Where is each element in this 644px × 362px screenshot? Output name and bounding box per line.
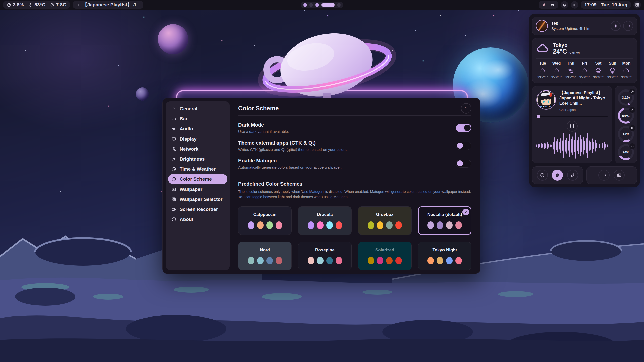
settings-window: GeneralBarAudioDisplayNetworkBrightnessT… — [162, 98, 480, 274]
progress-bar[interactable] — [536, 116, 608, 117]
toggle-switch[interactable] — [456, 124, 471, 132]
forecast-day-name: Sat — [595, 61, 602, 66]
profile-balanced-button[interactable] — [552, 170, 563, 181]
sidebar-item-screen-recorder[interactable]: Screen Recorder — [168, 204, 227, 214]
toggle-switch[interactable] — [456, 142, 471, 150]
disk-icon — [629, 143, 635, 149]
forecast-day: Mon33°/26° — [620, 61, 633, 79]
sidebar-item-audio[interactable]: Audio — [168, 124, 227, 134]
progress-knob[interactable] — [537, 115, 540, 118]
volume-button[interactable] — [571, 1, 578, 9]
toggle-row: Theme external apps (GTK & Qt)Writes GTK… — [238, 140, 471, 152]
color-swatch — [266, 257, 273, 264]
clock-pill[interactable]: 17:09 - Tue, 19 Aug — [581, 1, 631, 9]
toggle-title: Theme external apps (GTK & Qt) — [238, 140, 348, 146]
thermometer-icon — [28, 3, 33, 7]
toggle-switch[interactable] — [456, 160, 471, 168]
color-swatch — [257, 257, 264, 264]
clock-text: 17:09 - Tue, 19 Aug — [584, 2, 627, 8]
sidebar-item-wallpaper-selector[interactable]: Wallpaper Selector — [168, 194, 227, 204]
small-planet — [136, 87, 149, 101]
workspace-dot-5[interactable] — [337, 3, 341, 7]
sidebar-item-label: Bar — [180, 116, 188, 122]
sidebar-item-brightness[interactable]: Brightness — [168, 154, 227, 164]
desktop: 3.8% 53°C 7.8G 【Japanese Playlist】 J... — [0, 0, 644, 362]
workspace-dot-4[interactable] — [321, 3, 335, 7]
system-gauges-card: 3.1%54°C14%24% — [615, 86, 637, 164]
sidebar-item-wallpaper[interactable]: Wallpaper — [168, 184, 227, 194]
forecast-day: Fri35°/26° — [578, 61, 591, 79]
scheme-card-tokyo-night[interactable]: Tokyo Night — [418, 242, 471, 270]
user-card: seb System Uptime: 4h11m — [532, 17, 637, 35]
speedometer-icon — [629, 89, 635, 95]
username: seb — [551, 21, 590, 26]
scheme-card-nord[interactable]: Nord — [238, 242, 292, 270]
avatar[interactable] — [536, 20, 548, 32]
sidebar-item-label: About — [180, 217, 193, 222]
sidebar-item-label: Network — [180, 146, 198, 152]
memory-stat: 7.8G — [50, 2, 66, 8]
suncloud-icon — [567, 67, 574, 74]
color-swatch — [368, 221, 374, 229]
panel-icon — [171, 116, 176, 121]
weather-timezone: (GMT+9) — [569, 51, 580, 54]
workspace-indicator — [301, 2, 343, 8]
close-button[interactable] — [461, 103, 471, 114]
workspace-dot-1[interactable] — [303, 3, 307, 7]
color-swatch — [386, 257, 393, 264]
scheme-card-solarized[interactable]: Solarized — [358, 242, 412, 270]
scheme-card-noctalia-default-[interactable]: Noctalia (default) — [418, 206, 471, 235]
gauge-speedometer: 3.1% — [618, 89, 634, 106]
wallpaper-pic-icon[interactable] — [550, 3, 555, 7]
wallpaper-button[interactable] — [614, 170, 625, 181]
album-art[interactable]: TOKYO LO — [536, 90, 556, 110]
image-icon — [171, 187, 176, 192]
sidebar-item-about[interactable]: About — [168, 214, 227, 224]
launcher-button[interactable] — [633, 1, 641, 9]
profile-performance-button[interactable] — [537, 170, 548, 181]
workspace-dot-3[interactable] — [315, 3, 319, 7]
system-stats-pill[interactable]: 3.8% 53°C 7.8G — [3, 1, 70, 9]
sidebar-item-display[interactable]: Display — [168, 134, 227, 144]
sidebar-item-color-scheme[interactable]: Color Scheme — [168, 174, 227, 184]
color-swatch — [377, 221, 383, 229]
sliders-icon — [171, 106, 176, 111]
color-swatch — [326, 221, 333, 229]
sidebar-item-general[interactable]: General — [168, 104, 227, 114]
saturn-cup-illustration — [257, 30, 397, 105]
weather-divider — [536, 58, 633, 59]
brightness-icon — [171, 157, 176, 162]
media-pill[interactable]: 【Japanese Playlist】 J... — [73, 1, 143, 9]
settings-button[interactable] — [611, 21, 621, 31]
scheme-card-gruvbox[interactable]: Gruvbox — [358, 206, 412, 235]
toggle-title: Dark Mode — [238, 122, 289, 128]
forecast-temps: 33°/26° — [621, 76, 631, 79]
color-swatch — [446, 257, 453, 264]
pause-button[interactable] — [567, 121, 578, 132]
notifications-button[interactable] — [561, 1, 568, 9]
chip-icon — [50, 3, 54, 7]
sidebar-item-label: Color Scheme — [180, 176, 212, 182]
gauge-value: 54°C — [622, 114, 630, 118]
sidebar-item-time-weather[interactable]: Time & Weather — [168, 164, 227, 174]
sidebar-item-label: Screen Recorder — [180, 207, 218, 212]
tray-app-icon[interactable] — [542, 3, 547, 7]
scheme-card-catppuccin[interactable]: Catppuccin — [238, 206, 292, 235]
speedometer-icon — [7, 3, 11, 7]
power-button[interactable] — [623, 21, 633, 31]
sidebar-item-bar[interactable]: Bar — [168, 114, 227, 124]
sidebar-item-network[interactable]: Network — [168, 144, 227, 154]
media-pill-title: 【Japanese Playlist】 J... — [83, 2, 140, 8]
color-swatch — [308, 221, 314, 229]
cpu-usage-stat: 3.8% — [7, 2, 24, 8]
sidebar-item-label: Wallpaper — [180, 187, 202, 192]
toggle-description: Automatically generate colors based on y… — [238, 165, 342, 169]
scheme-card-dracula[interactable]: Dracula — [298, 206, 351, 235]
purple-planet — [158, 24, 188, 54]
workspace-dot-2[interactable] — [309, 3, 313, 7]
profile-power-saver-button[interactable] — [567, 170, 578, 181]
scheme-card-rosepine[interactable]: Rosepine — [298, 242, 351, 270]
screen-record-button[interactable] — [598, 170, 610, 181]
sidebar-item-label: Audio — [180, 126, 193, 132]
settings-sidebar: GeneralBarAudioDisplayNetworkBrightnessT… — [166, 101, 230, 270]
